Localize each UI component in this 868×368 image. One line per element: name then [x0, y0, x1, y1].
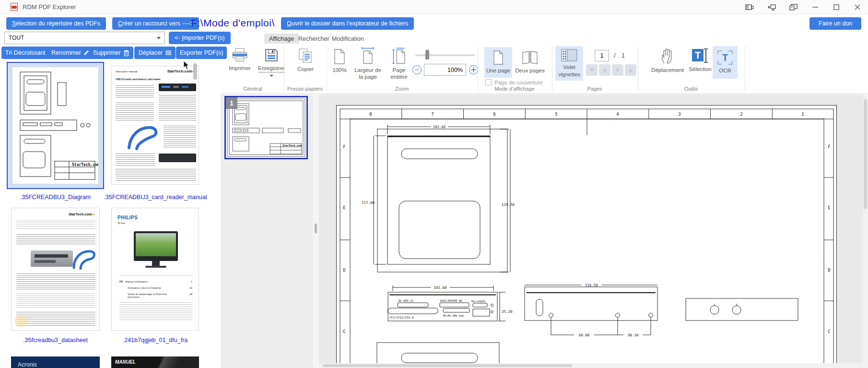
pdf-page: 8 7 6 5 4 3 2 1 F E D C F E D C 101.02 1… — [336, 105, 837, 368]
page-1-thumbnail[interactable]: StarTech.com 1 — [224, 96, 308, 159]
pdf-app-icon — [11, 3, 18, 11]
switch-window-icon[interactable] — [783, 0, 805, 14]
acronis-logo: Acronis — [18, 361, 37, 368]
svg-text:D: D — [343, 268, 345, 273]
present-display-icon[interactable] — [761, 0, 783, 14]
svg-text:MicroSDXC: MicroSDXC — [471, 300, 486, 303]
zoom-slider[interactable] — [415, 54, 475, 56]
svg-text:CFI/CFII/CF6.0: CFI/CFII/CF6.0 — [389, 316, 414, 319]
print-button[interactable]: Imprimer — [225, 48, 254, 71]
zoom-out-button[interactable] — [412, 65, 422, 74]
svg-text:101.02: 101.02 — [433, 125, 446, 129]
svg-text:119.56: 119.56 — [502, 202, 515, 207]
checkbox-icon — [485, 79, 492, 85]
zoom-slider-handle[interactable] — [425, 50, 429, 59]
ocr-tool-button[interactable]: T OCR — [713, 46, 738, 79]
splitter-handle[interactable] — [315, 224, 317, 233]
sidebar-scrollbar-thumb[interactable] — [193, 63, 197, 80]
thumbnail-panel-toggle[interactable]: Volet vignettes — [555, 46, 583, 81]
chevron-down-icon — [270, 75, 273, 77]
zoom-in-button[interactable] — [469, 65, 478, 74]
manual-page: Instruction manual StarTech.com USB 3.0 … — [111, 66, 199, 185]
zoom-100-button[interactable]: 100% — [329, 49, 350, 73]
page-number-badge: 1 — [226, 97, 237, 109]
ocr-icon: T — [717, 50, 733, 65]
move-button[interactable]: Déplacer — [134, 47, 176, 59]
one-page-icon — [493, 50, 504, 65]
vertical-scrollbar-thumb[interactable] — [864, 99, 867, 209]
pan-tool-button[interactable]: Déplacement — [648, 48, 687, 73]
svg-text:StarTech.com: StarTech.com — [282, 144, 302, 147]
maximize-button[interactable] — [826, 0, 847, 14]
tape-drive-icon[interactable] — [739, 0, 761, 14]
select-pdf-directory-button[interactable]: Sélection du répertoire des PDFs — [6, 17, 106, 30]
one-page-button[interactable]: Une page — [484, 47, 512, 78]
next-page-button[interactable] — [612, 64, 623, 76]
select-tool-button[interactable]: T Sélection — [686, 48, 715, 72]
decorative-circle — [14, 315, 27, 327]
fit-page-button[interactable]: Page entière — [387, 47, 411, 81]
technical-drawing: 8 7 6 5 4 3 2 1 F E D C F E D C 101.02 1… — [337, 106, 836, 368]
group-label-tools: Outils — [657, 86, 725, 92]
save-button[interactable]: Enregistrer — [256, 48, 287, 77]
save-icon — [264, 48, 279, 62]
page-total: 1 — [622, 52, 625, 59]
cover-page-checkbox[interactable]: Page de couverture — [485, 79, 542, 85]
open-in-explorer-button[interactable]: Ouvrir le dossier dans l'explorateur de … — [281, 17, 414, 30]
filter-dropdown[interactable]: TOUT — [4, 32, 165, 44]
usb-cable-photo — [126, 124, 160, 151]
horizontal-scrollbar[interactable] — [319, 363, 863, 368]
titlebar: RDM PDF Explorer — [0, 0, 868, 14]
svg-text:119.50: 119.50 — [585, 283, 598, 287]
pdf-thumbnail-datasheet[interactable]: StarTech.com — [7, 205, 104, 333]
minimize-button[interactable] — [805, 0, 826, 14]
thumbnail-label: .35FCREADBU3_Diagram — [7, 194, 104, 201]
tab-modification[interactable]: Modification — [327, 34, 369, 44]
chevron-down-icon — [157, 37, 161, 39]
thumbnail-label: .35fcreadbu3_datasheet — [7, 337, 104, 344]
startech-logo: StarTech.com — [69, 212, 94, 216]
svg-text:SDXC/MSPRO HG: SDXC/MSPRO HG — [440, 299, 462, 302]
manuel-title: MANUEL — [115, 359, 136, 365]
pdf-thumbnail-manuel[interactable]: MANUEL — [106, 353, 204, 368]
svg-text:8: 8 — [369, 112, 372, 117]
delete-button[interactable]: Supprimer — [89, 47, 133, 59]
pdf-thumbnail-acronis[interactable]: Acronis — [7, 353, 104, 368]
create-shortcut-button[interactable]: Créer un raccourci vers ----> — [112, 17, 199, 30]
printer-icon — [232, 48, 248, 62]
card-reader-photo-2 — [159, 154, 196, 162]
manual-subtitle: USB 3.0 multi card memory card reader — [116, 78, 164, 81]
import-pdfs-button[interactable]: <- Importer PDF(s) — [169, 32, 231, 44]
toc: FRManuel d'utilisation1 Assistance clien… — [119, 280, 192, 298]
group-label-pages: Pages — [561, 86, 628, 92]
sort-descending-button[interactable]: Tri Décroissant — [1, 47, 49, 59]
svg-text:101.60: 101.60 — [434, 285, 447, 290]
panel-splitter[interactable] — [313, 94, 319, 368]
first-page-button[interactable] — [586, 64, 598, 76]
last-page-button[interactable] — [625, 64, 636, 76]
current-page-input[interactable] — [595, 50, 609, 61]
page-thumbnail-panel: StarTech.com 1 — [221, 94, 313, 368]
copy-button[interactable]: Copier — [292, 48, 319, 72]
two-pages-button[interactable]: Deux pages — [514, 47, 546, 78]
group-label-zoom: Zoom — [368, 86, 435, 92]
pdf-thumbnail-diagram[interactable]: StarTech.com — [7, 62, 104, 189]
close-button[interactable] — [847, 0, 868, 14]
svg-text:C: C — [828, 329, 830, 334]
monitor-photo — [134, 231, 178, 261]
pdf-thumbnail-philips[interactable]: PHILIPS B line FRManuel d'utilisation1 A… — [106, 205, 204, 333]
export-pdfs-button[interactable]: Exporter PDF(s) — [176, 47, 227, 59]
fit-width-button[interactable]: Largeur de la page — [353, 47, 383, 81]
svg-text:60.00: 60.00 — [579, 333, 590, 337]
svg-text:25.20: 25.20 — [502, 309, 513, 314]
rename-button[interactable]: Renommer — [47, 47, 94, 59]
window-title: RDM PDF Explorer — [23, 3, 76, 11]
philips-line: B line — [118, 222, 125, 225]
horizontal-scrollbar-thumb[interactable] — [323, 364, 572, 367]
thumbnail-label: .241b7qgjeb_01_dfu_fra — [106, 337, 204, 344]
pdf-thumbnail-manual[interactable]: Instruction manual StarTech.com USB 3.0 … — [106, 62, 204, 189]
previous-page-button[interactable] — [599, 64, 610, 76]
zoom-value-input[interactable] — [424, 64, 466, 76]
vertical-scrollbar[interactable] — [863, 94, 868, 368]
donate-button[interactable]: Faire un don — [809, 17, 861, 30]
